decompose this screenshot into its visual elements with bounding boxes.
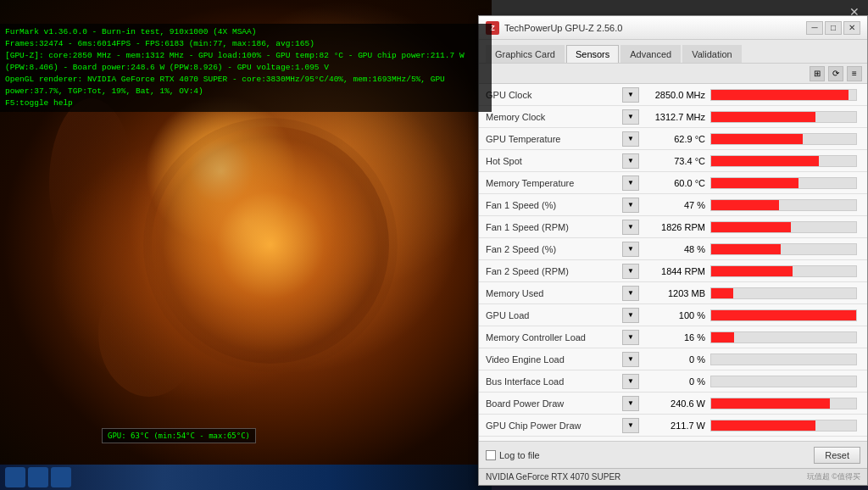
gpuz-status-text: NVIDIA GeForce RTX 4070 SUPER: [486, 472, 807, 482]
taskbar-icon2[interactable]: [28, 467, 48, 487]
sensor-row[interactable]: Fan 2 Speed (%)▼48 %: [479, 238, 867, 260]
sensor-name: GPU Load: [482, 310, 622, 320]
furmark-info-line4: OpenGL renderer: NVIDIA GeForce RTX 4070…: [5, 74, 487, 97]
sensor-bar-container: [710, 199, 857, 211]
sensor-bar: [711, 288, 733, 298]
sensor-bar: [711, 178, 798, 188]
sensor-name: GPU Temperature: [482, 134, 622, 144]
sensor-value: 60.0 °C: [643, 178, 710, 188]
tab-sensors[interactable]: Sensors: [566, 45, 619, 63]
sensor-bar: [711, 156, 819, 166]
taskbar-strip: [0, 465, 492, 490]
sensor-dropdown-button[interactable]: ▼: [622, 109, 639, 125]
sensor-name: GPU Chip Power Draw: [482, 420, 622, 431]
gpuz-maximize-button[interactable]: □: [825, 21, 842, 35]
sensor-value: 211.7 W: [643, 420, 710, 431]
sensor-row[interactable]: Fan 1 Speed (%)▼47 %: [479, 194, 867, 216]
taskbar-icon1[interactable]: [5, 467, 25, 487]
sensor-row[interactable]: Memory Used▼1203 MB: [479, 282, 867, 304]
sensor-value: 16 %: [643, 332, 710, 342]
toolbar-refresh-icon[interactable]: ⟳: [828, 66, 843, 81]
sensor-row[interactable]: Video Engine Load▼0 %: [479, 348, 867, 370]
sensor-row[interactable]: Memory Clock▼1312.7 MHz: [479, 106, 867, 128]
sensor-row[interactable]: Board Power Draw▼240.6 W: [479, 393, 867, 415]
sensor-bar-container: [710, 155, 857, 167]
tab-advanced[interactable]: Advanced: [620, 45, 681, 63]
sensor-value: 62.9 °C: [643, 134, 710, 144]
sensor-dropdown-button[interactable]: ▼: [622, 220, 639, 235]
furmark-info-panel: FurMark v1.36.0.0 - Burn-in test, 910x10…: [0, 24, 492, 112]
furmark-swirl: [152, 126, 389, 364]
sensor-row[interactable]: GPU Load▼100 %: [479, 304, 867, 326]
taskbar-icon3[interactable]: [51, 467, 71, 487]
log-checkbox[interactable]: [486, 450, 496, 460]
gpuz-sensors-content: GPU Clock▼2850.0 MHzMemory Clock▼1312.7 …: [479, 84, 867, 441]
gpuz-minimize-button[interactable]: ─: [806, 21, 823, 35]
gpuz-watermark: 玩值超 ©值得买: [807, 471, 860, 482]
sensor-value: 1312.7 MHz: [643, 112, 710, 122]
gpuz-close-button[interactable]: ✕: [843, 21, 860, 35]
tab-graphics-card[interactable]: Graphics Card: [486, 45, 565, 63]
sensor-bar: [711, 112, 815, 122]
tab-validation[interactable]: Validation: [682, 45, 742, 63]
sensor-value: 73.4 °C: [643, 156, 710, 166]
furmark-info-line2: Frames:32474 - 6ms:6014FPS - FPS:6183 (m…: [5, 38, 487, 50]
sensor-name: Video Engine Load: [482, 354, 622, 365]
sensor-dropdown-button[interactable]: ▼: [622, 286, 639, 301]
sensor-row[interactable]: Fan 1 Speed (RPM)▼1826 RPM: [479, 216, 867, 238]
sensor-row[interactable]: Memory Controller Load▼16 %: [479, 326, 867, 348]
sensor-name: Memory Used: [482, 288, 622, 298]
toolbar-menu-icon[interactable]: ≡: [847, 66, 862, 81]
sensor-dropdown-button[interactable]: ▼: [622, 175, 639, 191]
sensor-dropdown-button[interactable]: ▼: [622, 374, 639, 389]
sensor-row[interactable]: GPU Chip Power Draw▼211.7 W: [479, 415, 867, 437]
sensor-dropdown-button[interactable]: ▼: [622, 87, 639, 103]
gpuz-title: TechPowerUp GPU-Z 2.56.0: [504, 23, 806, 33]
sensor-dropdown-button[interactable]: ▼: [622, 198, 639, 213]
gpuz-tabs: Graphics Card Sensors Advanced Validatio…: [479, 40, 867, 64]
sensor-row[interactable]: Bus Interface Load▼0 %: [479, 370, 867, 393]
sensor-bar-container: [710, 398, 857, 409]
sensor-bar-container: [710, 376, 857, 387]
sensor-bar-container: [710, 133, 857, 145]
toolbar-grid-icon[interactable]: ⊞: [810, 66, 825, 81]
sensor-name: Memory Clock: [482, 112, 622, 122]
reset-button[interactable]: Reset: [814, 447, 860, 464]
sensor-dropdown-button[interactable]: ▼: [622, 308, 639, 323]
furmark-arm2: [98, 270, 200, 397]
sensor-value: 0 %: [643, 376, 710, 387]
sensor-bar: [711, 222, 791, 232]
sensor-name: Fan 1 Speed (RPM): [482, 222, 622, 232]
sensor-dropdown-button[interactable]: ▼: [622, 352, 639, 367]
sensor-dropdown-button[interactable]: ▼: [622, 242, 639, 257]
sensor-row[interactable]: GPU Temperature▼62.9 °C: [479, 128, 867, 150]
sensor-value: 1203 MB: [643, 288, 710, 298]
sensor-name: Fan 2 Speed (RPM): [482, 266, 622, 276]
sensor-bar-container: [710, 331, 857, 343]
sensor-bar: [711, 244, 781, 254]
sensor-dropdown-button[interactable]: ▼: [622, 418, 639, 433]
sensor-value: 100 %: [643, 310, 710, 320]
sensor-bar-container: [710, 420, 857, 432]
sensor-bar-container: [710, 287, 857, 299]
sensor-bar: [711, 310, 856, 320]
sensor-dropdown-button[interactable]: ▼: [622, 264, 639, 279]
sensor-row[interactable]: Fan 2 Speed (RPM)▼1844 RPM: [479, 260, 867, 282]
sensor-row[interactable]: GPU Clock▼2850.0 MHz: [479, 84, 867, 106]
sensor-bar: [711, 332, 734, 342]
sensor-dropdown-button[interactable]: ▼: [622, 330, 639, 345]
furmark-info-line3: [GPU-Z]: core:2850 MHz - mem:1312 MHz - …: [5, 50, 487, 74]
gpuz-window-buttons: ─ □ ✕: [806, 21, 860, 35]
sensor-bar: [711, 90, 849, 100]
sensor-row[interactable]: Hot Spot▼73.4 °C: [479, 150, 867, 172]
furmark-info-line5: F5:toggle help: [5, 97, 487, 109]
sensor-name: Bus Interface Load: [482, 376, 622, 387]
gpu-temp-text: GPU: 63°C (min:54°C - max:65°C): [108, 432, 250, 440]
sensor-dropdown-button[interactable]: ▼: [622, 153, 639, 169]
sensor-row[interactable]: Memory Temperature▼60.0 °C: [479, 172, 867, 194]
sensor-dropdown-button[interactable]: ▼: [622, 131, 639, 147]
sensor-bar-container: [710, 354, 857, 365]
sensor-value: 1826 RPM: [643, 222, 710, 232]
sensor-dropdown-button[interactable]: ▼: [622, 396, 639, 411]
sensor-bar-container: [710, 309, 857, 321]
